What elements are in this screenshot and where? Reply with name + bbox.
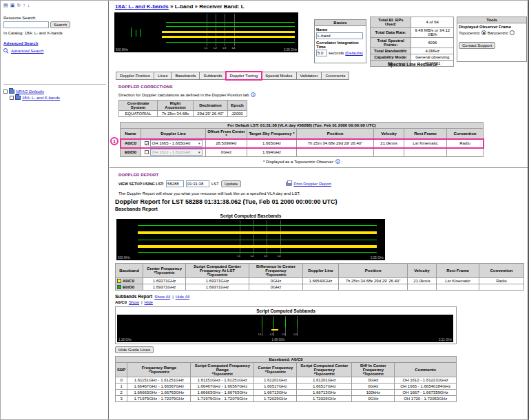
move-down-icon[interactable]: ↓	[28, 3, 30, 8]
column-header: Diff In Center Frequency*Topocentric	[352, 363, 395, 377]
guide-line	[207, 14, 207, 46]
tab-doppler-position[interactable]: Doppler Position	[116, 72, 154, 80]
column-header: Right Ascension	[158, 101, 194, 111]
plot-min-label: 500 MHz	[118, 256, 130, 260]
tree-item-label[interactable]: 18A: L- and K-bands	[22, 96, 60, 100]
summary-table: Total Bl. BPs Used:4 of 64 Total Data Ra…	[370, 17, 454, 67]
cit-row: seconds [Defaults]	[316, 50, 364, 56]
link-separator: |	[172, 295, 174, 299]
position-value: 7h 25m 34.68s 29d 29' 26.40"	[297, 139, 374, 148]
marker-label: L4	[232, 47, 235, 50]
chevron-down-icon: ▾	[198, 141, 200, 145]
convention-value	[479, 284, 524, 291]
baseband-name-cell: B0/D0	[116, 284, 143, 291]
doppler-enable-checkbox[interactable]	[145, 141, 149, 145]
checkbox-icon[interactable]	[3, 90, 8, 94]
doppler-line-frequency	[303, 284, 339, 291]
hide-all-link[interactable]: Hide All	[176, 295, 189, 299]
lst-controls: VIEW SETUP USING LST: LST Update Print D…	[118, 180, 529, 187]
print-doppler-report-link[interactable]: Print Doppler Report	[293, 182, 331, 186]
show-all-link[interactable]: Show All	[154, 295, 170, 299]
topocentric-radio[interactable]	[481, 30, 486, 35]
basebands-report-label: Basebands Report	[115, 207, 529, 211]
correlator-integration-time-field[interactable]	[316, 50, 327, 56]
tab-subbands[interactable]: Subbands	[200, 72, 226, 80]
doppler-line-select[interactable]: OH 1612 - 1.612GHz ▾	[150, 149, 203, 156]
barycentric-label: Barycentric	[488, 31, 508, 35]
summary-label: Total Bl. BPs Used:	[371, 17, 411, 28]
lst-suffix: LST	[211, 182, 219, 186]
resource-search-input[interactable]	[3, 21, 49, 28]
doppler-enable-checkbox[interactable]	[145, 150, 149, 154]
contact-support-button[interactable]: Contact Support	[459, 42, 495, 49]
marker-label: L1	[238, 255, 240, 258]
tree-item-18a-catalog[interactable]: 18A: L- and K-bands	[10, 96, 106, 100]
printer-icon	[286, 182, 292, 186]
section-divider	[110, 167, 529, 168]
breadcrumb-catalog-link[interactable]: 18A: L- and K-bands	[115, 3, 169, 10]
refresh-icon[interactable]: ↻	[17, 3, 21, 8]
checkbox-icon[interactable]	[10, 96, 14, 100]
tab-basebands[interactable]: Basebands	[172, 72, 200, 80]
marker-label: L3	[282, 333, 284, 336]
column-header: Center Frequency*Topocentric	[143, 264, 186, 278]
page-icon[interactable]: ▤	[3, 3, 8, 8]
tab-lines[interactable]: Lines	[154, 72, 172, 80]
footnote-text: * Displayed as a Topocentric Observer	[263, 160, 333, 164]
defaults-link[interactable]: [Defaults]	[345, 51, 362, 55]
info-icon[interactable]: i	[251, 92, 256, 97]
hide-guide-lines-button[interactable]: Hide Guide Lines	[115, 346, 154, 353]
direction-table: Coordinate System Right Ascension Declin…	[118, 100, 247, 117]
spectrum-line	[138, 225, 377, 226]
difference-center-frequency: 0GHz	[249, 278, 303, 284]
info-icon[interactable]: i	[335, 159, 340, 164]
offset-from-center: 0GHz	[206, 148, 247, 157]
velocity-value	[374, 148, 404, 157]
baseband-name-cell: A0/C0	[116, 278, 143, 284]
tools-panel: Tools Displayed Observer Frame Topocentr…	[457, 17, 527, 62]
tab-bar: Doppler Position Lines Basebands Subband…	[116, 72, 529, 80]
guide-line	[234, 14, 235, 46]
update-button[interactable]: Update	[221, 180, 241, 187]
column-header: Velocity	[374, 129, 404, 139]
advanced-search-link[interactable]: Advanced Search	[3, 41, 38, 45]
show-link[interactable]: Show	[129, 300, 139, 304]
advanced-search-row: Advanced Search	[3, 48, 106, 54]
subband-row: 11.66467GHz - 1.66567GHz1.66467GHz - 1.6…	[116, 384, 457, 390]
doppler-line-selected: OH 1665 - 1.665GHz	[152, 141, 191, 145]
lst-day-input[interactable]	[166, 180, 184, 187]
hide-link[interactable]: Hide	[145, 300, 153, 304]
lst-time-input[interactable]	[186, 180, 209, 187]
target-sky-frequency: 1.665GHz	[247, 139, 297, 148]
baseband-a0c0-row: A0/C0 Show | Hide	[115, 300, 529, 304]
tab-special-modes[interactable]: Special Modes	[262, 72, 296, 80]
direction-row: Direction for Doppler calculations as de…	[118, 92, 529, 97]
tree-item-nrao-defaults[interactable]: NRAO Defaults	[3, 90, 106, 94]
velocity-value: 21.0km/s	[374, 139, 404, 148]
summary-label: Total Bandwidth:	[371, 48, 411, 54]
spectrum-line	[166, 42, 295, 43]
barycentric-radio[interactable]	[510, 30, 515, 35]
name-field[interactable]	[316, 32, 363, 39]
column-header: Name	[121, 129, 141, 139]
subband-row: 31.71979GHz - 1.72079GHz1.71979GHz - 1.7…	[116, 396, 457, 402]
summary-label: Total Spectral Points:	[371, 38, 411, 48]
tab-validation[interactable]: Validation	[297, 72, 322, 80]
advanced-search-link-2[interactable]: Advanced Search	[11, 49, 43, 53]
tree-item-label[interactable]: NRAO Defaults	[16, 90, 44, 94]
subband-tick	[285, 319, 286, 327]
convention-value	[447, 148, 484, 157]
doppler-line-select[interactable]: OH 1665 - 1.665GHz ▾	[150, 140, 203, 147]
doppler-table-wrap: 1 For Default LST: 01:31:38 (VLA day #58…	[120, 122, 484, 157]
tab-comments[interactable]: Comments	[322, 72, 349, 80]
doppler-line-selected: OH 1612 - 1.612GHz	[152, 150, 191, 154]
move-up-icon[interactable]: ↑	[23, 3, 25, 8]
copy-icon[interactable]: ▣	[10, 3, 15, 8]
search-button[interactable]: Search	[50, 21, 70, 28]
summary-value: 9.48 MB/s or 34.12 GB/h	[411, 28, 454, 38]
tab-doppler-tuning[interactable]: Doppler Tuning	[226, 72, 262, 80]
marker-label: L1	[205, 47, 207, 50]
basics-panel: Basics Name Correlator Integration Time …	[314, 19, 366, 63]
subbands-table-title: Baseband: A0/C0	[116, 357, 457, 363]
column-header: Difference In Center Frequency*Topocentr…	[249, 264, 303, 278]
